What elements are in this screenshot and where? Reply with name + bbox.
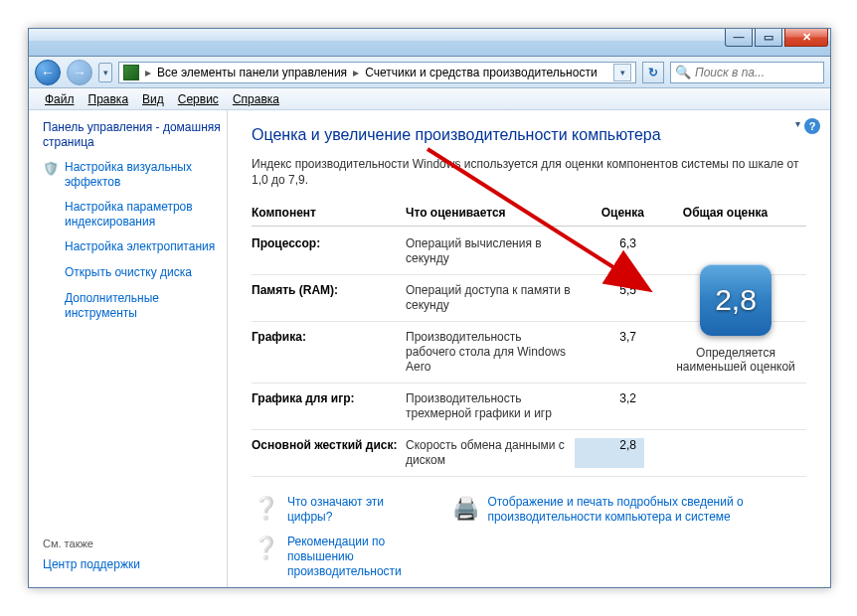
link-label: Рекомендации по повышению производительн… xyxy=(287,535,422,579)
search-icon: 🔍 xyxy=(675,65,691,79)
sidebar-link-label: Настройка параметров индексирования xyxy=(65,200,227,230)
col-score: Оценка xyxy=(575,206,644,220)
control-panel-icon xyxy=(123,65,139,80)
cell-description: Скорость обмена данными с диском xyxy=(406,438,575,468)
titlebar: — ▭ ✕ xyxy=(29,29,830,57)
chevron-right-icon: ▸ xyxy=(353,66,359,79)
window-buttons: — ▭ ✕ xyxy=(725,29,828,47)
menu-view[interactable]: Вид xyxy=(136,90,170,108)
link-label: Отображение и печать подробных сведений … xyxy=(487,495,806,525)
seealso-link-support[interactable]: Центр поддержки xyxy=(43,557,140,571)
cell-component: Память (RAM): xyxy=(252,283,406,313)
search-box[interactable]: 🔍 xyxy=(670,62,824,83)
question-icon: ❔ xyxy=(252,535,279,562)
sidebar-link-disk-cleanup[interactable]: Открыть очистку диска xyxy=(43,265,227,281)
help-link-print[interactable]: 🖨️ Отображение и печать подробных сведен… xyxy=(451,495,806,579)
menu-service[interactable]: Сервис xyxy=(172,90,225,108)
sidebar-link-visual-effects[interactable]: 🛡️ Настройка визуальных эффектов xyxy=(43,160,227,190)
refresh-button[interactable]: ↻ xyxy=(642,62,664,83)
help-icon[interactable]: ? xyxy=(804,118,820,134)
shield-icon: 🛡️ xyxy=(43,160,59,176)
cell-score: 6,3 xyxy=(575,236,644,266)
back-button[interactable]: ← xyxy=(35,60,61,85)
sidebar-seealso: См. также Центр поддержки xyxy=(43,538,217,571)
score-badge: 2,8 xyxy=(700,264,771,336)
breadcrumb-part-2[interactable]: Счетчики и средства производительности xyxy=(365,66,597,79)
body: Панель управления - домашняя страница 🛡️… xyxy=(29,110,830,587)
blank-icon xyxy=(43,291,59,307)
menu-help[interactable]: Справка xyxy=(227,90,285,108)
search-input[interactable] xyxy=(695,66,819,79)
chevron-down-icon[interactable]: ▾ xyxy=(795,118,800,129)
cell-score: 5,5 xyxy=(575,283,644,313)
help-links-row: ❔ Что означают эти цифры? ❔ Рекомендации… xyxy=(252,495,806,579)
maximize-button[interactable]: ▭ xyxy=(755,29,782,47)
sidebar-home-link[interactable]: Панель управления - домашняя страница xyxy=(43,120,227,150)
cell-component: Процессор: xyxy=(252,236,406,266)
sidebar-link-label: Дополнительные инструменты xyxy=(65,291,227,321)
main-content: ▾ ? Оценка и увеличение производительнос… xyxy=(228,110,830,587)
total-score-block: 2,8 Определяется наименьшей оценкой xyxy=(671,264,800,374)
chevron-right-icon: ▸ xyxy=(145,66,151,79)
col-total: Общая оценка xyxy=(644,206,806,220)
address-dropdown-button[interactable]: ▾ xyxy=(613,64,631,81)
blank-icon xyxy=(43,239,59,255)
cell-component: Графика для игр: xyxy=(252,391,406,421)
cell-description: Операций доступа к памяти в секунду xyxy=(406,283,575,313)
table-row: Графика для игр: Производительность трех… xyxy=(252,384,806,430)
table-row: Основной жесткий диск: Скорость обмена д… xyxy=(252,430,806,477)
sidebar-link-label: Открыть очистку диска xyxy=(65,265,192,280)
menu-edit[interactable]: Правка xyxy=(83,90,135,108)
table-header: Компонент Что оценивается Оценка Общая о… xyxy=(252,206,806,227)
help-link-tips[interactable]: ❔ Рекомендации по повышению производител… xyxy=(252,535,422,579)
address-bar[interactable]: ▸ Все элементы панели управления ▸ Счетч… xyxy=(118,62,636,83)
blank-icon xyxy=(43,265,59,281)
help-link-what[interactable]: ❔ Что означают эти цифры? xyxy=(252,495,422,525)
window-frame: — ▭ ✕ ← → ▾ ▸ Все элементы панели управл… xyxy=(28,28,831,588)
breadcrumb-part-1[interactable]: Все элементы панели управления xyxy=(157,66,347,79)
score-value: 2,8 xyxy=(715,283,757,317)
cell-score: 3,7 xyxy=(575,330,644,375)
seealso-label: См. также xyxy=(43,538,217,549)
cell-description: Операций вычисления в секунду xyxy=(406,236,575,266)
page-description: Индекс производительности Windows исполь… xyxy=(252,156,806,188)
page-title: Оценка и увеличение производительности к… xyxy=(252,126,806,144)
close-button[interactable]: ✕ xyxy=(784,29,828,47)
sidebar-link-label: Настройка электропитания xyxy=(65,239,215,254)
cell-score: 3,2 xyxy=(575,391,644,421)
cell-score: 2,8 xyxy=(575,438,644,468)
cell-component: Графика: xyxy=(252,330,406,375)
cell-component: Основной жесткий диск: xyxy=(252,438,406,468)
history-dropdown-button[interactable]: ▾ xyxy=(98,63,112,82)
score-caption: Определяется наименьшей оценкой xyxy=(671,346,800,374)
cell-description: Производительность трехмерной графики и … xyxy=(406,391,575,421)
col-component: Компонент xyxy=(252,206,406,220)
question-icon: ❔ xyxy=(252,495,279,523)
menu-bar: Файл Правка Вид Сервис Справка xyxy=(29,88,830,110)
printer-icon: 🖨️ xyxy=(451,495,479,523)
sidebar-link-label: Настройка визуальных эффектов xyxy=(65,160,227,190)
menu-file[interactable]: Файл xyxy=(39,90,81,108)
link-label: Что означают эти цифры? xyxy=(287,495,422,525)
sidebar-link-indexing[interactable]: Настройка параметров индексирования xyxy=(43,200,227,230)
cell-description: Производительность рабочего стола для Wi… xyxy=(406,330,575,375)
blank-icon xyxy=(43,200,59,216)
col-description: Что оценивается xyxy=(406,206,575,220)
sidebar: Панель управления - домашняя страница 🛡️… xyxy=(29,110,228,587)
address-toolbar: ← → ▾ ▸ Все элементы панели управления ▸… xyxy=(29,57,830,88)
minimize-button[interactable]: — xyxy=(725,29,753,47)
forward-button[interactable]: → xyxy=(67,60,92,85)
sidebar-link-power[interactable]: Настройка электропитания xyxy=(43,239,227,255)
sidebar-link-tools[interactable]: Дополнительные инструменты xyxy=(43,291,227,321)
